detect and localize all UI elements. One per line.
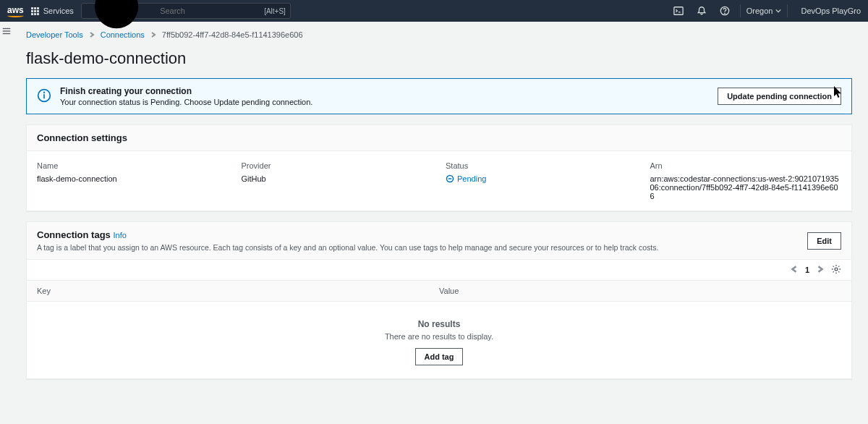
alert-title: Finish creating your connection — [60, 86, 709, 96]
page-number: 1 — [805, 266, 809, 274]
value-arn: arn:aws:codestar-connections:us-west-2:9… — [650, 174, 842, 200]
connection-tags-header: Connection tags Info A tag is a label th… — [27, 222, 851, 260]
table-settings-button[interactable] — [831, 264, 841, 276]
bell-icon[interactable] — [694, 3, 710, 19]
chevron-right-icon — [150, 30, 156, 39]
connection-settings-title: Connection settings — [37, 132, 127, 143]
value-name: flask-demo-connection — [37, 174, 229, 183]
aws-logo[interactable]: aws — [7, 5, 24, 17]
grid-icon — [31, 7, 39, 15]
cloudshell-icon[interactable] — [671, 3, 686, 19]
label-arn: Arn — [650, 161, 842, 170]
connection-tags-title: Connection tags — [37, 229, 111, 240]
region-selector[interactable]: Oregon — [740, 4, 788, 17]
tags-info-link[interactable]: Info — [113, 231, 126, 239]
connection-tags-description: A tag is a label that you assign to an A… — [37, 243, 658, 252]
info-icon — [37, 88, 51, 105]
status-text: Pending — [457, 174, 486, 183]
tags-table-header: Key Value — [27, 280, 851, 302]
main-content: Developer Tools Connections 7ff5b092-4ff… — [14, 22, 864, 424]
value-provider: GitHub — [242, 174, 433, 183]
info-alert: Finish creating your connection Your con… — [26, 78, 852, 114]
column-key: Key — [37, 287, 439, 295]
svg-rect-2 — [674, 7, 683, 15]
empty-description: There are no results to display. — [27, 332, 851, 341]
global-nav: aws Services [Alt+S] Oregon DevOps PlayG… — [0, 0, 868, 22]
value-status: Pending — [446, 174, 486, 183]
next-page-button[interactable] — [817, 266, 824, 274]
chevron-right-icon — [89, 30, 95, 39]
search-box[interactable]: [Alt+S] — [81, 3, 291, 19]
page-title: flask-demo-connection — [26, 49, 852, 68]
services-menu[interactable]: Services — [31, 7, 74, 15]
breadcrumb-developer-tools[interactable]: Developer Tools — [26, 30, 83, 39]
svg-point-14 — [835, 268, 838, 271]
svg-point-11 — [44, 92, 45, 93]
breadcrumb-current: 7ff5b092-4ff7-42d8-84e5-f1141396e606 — [162, 30, 303, 39]
breadcrumb: Developer Tools Connections 7ff5b092-4ff… — [26, 30, 852, 39]
update-pending-connection-button[interactable]: Update pending connection — [718, 88, 841, 105]
search-input[interactable] — [160, 7, 260, 15]
add-tag-button[interactable]: Add tag — [415, 348, 464, 365]
side-panel-toggle[interactable] — [1, 26, 12, 36]
connection-tags-panel: Connection tags Info A tag is a label th… — [26, 221, 852, 379]
caret-down-icon — [775, 9, 781, 13]
label-provider: Provider — [242, 161, 433, 170]
account-menu[interactable]: DevOps PlayGro — [795, 7, 861, 15]
tags-empty-state: No results There are no results to displ… — [27, 302, 851, 378]
breadcrumb-connections[interactable]: Connections — [101, 30, 145, 39]
connection-settings-header: Connection settings — [27, 125, 851, 151]
column-value: Value — [439, 287, 841, 295]
svg-point-5 — [724, 13, 725, 14]
empty-title: No results — [27, 319, 851, 329]
tags-pagination: 1 — [27, 260, 851, 276]
search-shortcut: [Alt+S] — [264, 7, 286, 15]
services-label: Services — [43, 7, 74, 15]
connection-settings-panel: Connection settings Name flask-demo-conn… — [26, 124, 852, 211]
help-icon[interactable] — [717, 3, 733, 19]
alert-description: Your connection status is Pending. Choos… — [60, 98, 709, 106]
region-label: Oregon — [746, 7, 773, 15]
edit-tags-button[interactable]: Edit — [807, 232, 841, 250]
label-name: Name — [37, 161, 229, 170]
prev-page-button[interactable] — [791, 266, 798, 274]
pending-icon — [446, 174, 454, 183]
label-status: Status — [446, 161, 637, 170]
